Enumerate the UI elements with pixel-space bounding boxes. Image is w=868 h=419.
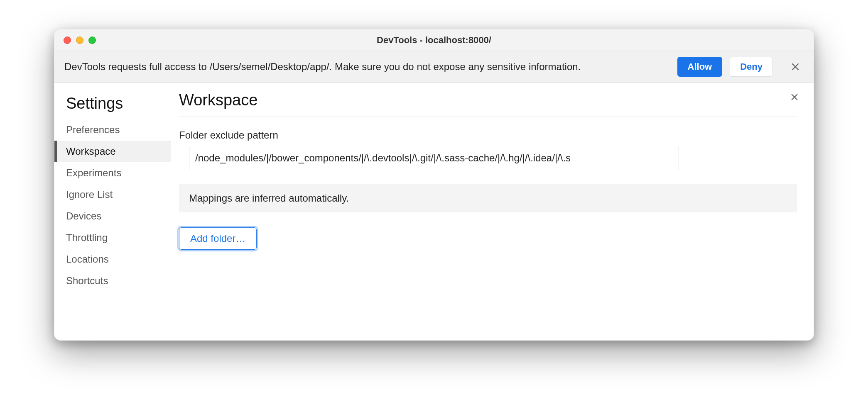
traffic-lights [54,37,96,44]
page-heading: Workspace [179,91,797,117]
settings-sidebar: Settings Preferences Workspace Experimen… [54,83,171,340]
add-folder-button[interactable]: Add folder… [179,227,257,250]
exclude-pattern-label: Folder exclude pattern [179,129,797,141]
close-icon [791,63,799,71]
infobar-message: DevTools requests full access to /Users/… [64,61,670,73]
exclude-pattern-input[interactable] [189,147,679,169]
deny-button[interactable]: Deny [730,57,773,77]
sidebar-item-workspace[interactable]: Workspace [54,141,171,162]
sidebar-item-experiments[interactable]: Experiments [54,162,171,184]
sidebar-item-preferences[interactable]: Preferences [54,119,171,141]
window-close-button[interactable] [64,37,71,44]
infobar-close-button[interactable] [787,58,804,75]
window-zoom-button[interactable] [88,37,96,44]
window-title: DevTools - localhost:8000/ [54,35,814,46]
window-titlebar: DevTools - localhost:8000/ [54,29,814,51]
sidebar-item-throttling[interactable]: Throttling [54,227,171,248]
sidebar-item-shortcuts[interactable]: Shortcuts [54,270,171,292]
settings-main: Workspace Folder exclude pattern Mapping… [171,83,814,340]
settings-panel: Settings Preferences Workspace Experimen… [54,83,814,340]
sidebar-item-ignore-list[interactable]: Ignore List [54,184,171,205]
mappings-hint: Mappings are inferred automatically. [179,184,797,212]
allow-button[interactable]: Allow [677,57,723,77]
settings-title: Settings [54,91,171,119]
window-minimize-button[interactable] [76,37,83,44]
devtools-window: DevTools - localhost:8000/ DevTools requ… [54,29,814,341]
sidebar-item-devices[interactable]: Devices [54,205,171,227]
sidebar-item-locations[interactable]: Locations [54,248,171,270]
close-icon [791,93,798,101]
access-request-infobar: DevTools requests full access to /Users/… [54,51,814,83]
settings-close-button[interactable] [787,90,802,105]
